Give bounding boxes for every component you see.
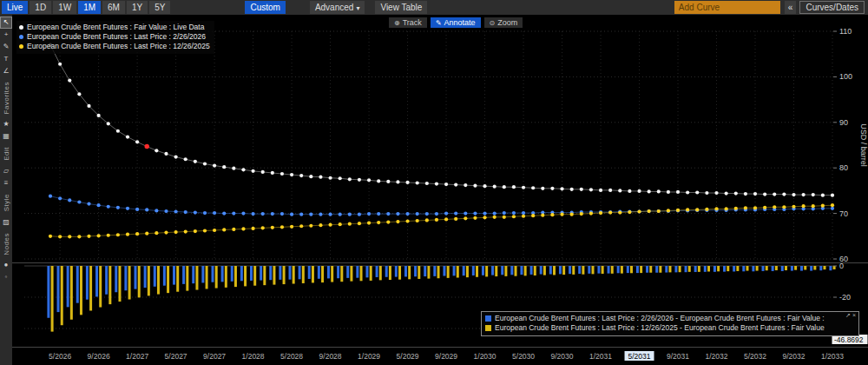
star-icon[interactable]: ★ (1, 119, 11, 129)
period-button-1w[interactable]: 1W (53, 1, 76, 14)
x-tick-label: 9/2029 (435, 352, 457, 361)
spread-legend: ↗ × European Crude Brent Futures : Last … (481, 311, 859, 336)
advanced-label: Advanced (315, 3, 353, 12)
custom-range-button[interactable]: Custom (245, 1, 285, 14)
legend-item: European Crude Brent Futures : Last Pric… (19, 32, 210, 42)
x-tick-label: 1/2028 (242, 352, 265, 361)
brent-futures-curve-app: Live1D1W1M6M1Y5Y Custom Advanced▾ View T… (0, 0, 868, 365)
period-button-1y[interactable]: 1Y (127, 1, 148, 14)
x-tick-label: 9/2030 (551, 352, 574, 361)
period-button-5y[interactable]: 5Y (149, 1, 170, 14)
svg-text:100: 100 (839, 72, 852, 81)
x-tick-label-highlighted: 5/2031 (628, 352, 651, 361)
chart-area: 110100908070600-20-40-46.8692USD / barre… (12, 15, 868, 365)
view-table-button[interactable]: View Table (375, 1, 427, 14)
x-tick-label: 1/2031 (589, 352, 612, 361)
annotate-icon: ✎ (436, 19, 442, 27)
legend-swatch-icon (485, 315, 491, 322)
tracked-point (145, 144, 149, 149)
annotate-button-label: Annotate (444, 18, 476, 27)
series-legend: European Crude Brent Futures : Fair Valu… (16, 21, 214, 54)
x-tick-label: 5/2032 (744, 352, 766, 361)
top-toolbar: Live1D1W1M6M1Y5Y Custom Advanced▾ View T… (0, 0, 868, 15)
x-tick-label: 9/2028 (319, 352, 342, 361)
shape-tool-icon[interactable]: ▱ (1, 166, 11, 176)
x-tick-label: 5/2029 (397, 352, 419, 361)
x-tick-label: 1/2032 (706, 352, 728, 361)
nodes-section-label: Nodes (3, 233, 10, 256)
advanced-menu-button[interactable]: Advanced▾ (310, 1, 365, 14)
text-tool-icon[interactable]: T (1, 54, 11, 64)
x-axis: 5/20269/20261/20275/20279/20271/20285/20… (49, 351, 844, 361)
y-axis: 110100908070600-20-40-46.8692USD / barre… (832, 27, 868, 344)
annotate-button[interactable]: ✎Annotate (431, 17, 481, 28)
tool-sidebar: ↖+✎T∠Favorites★▦Edit▱≡Style▨Nodes●◦ (0, 15, 12, 365)
svg-text:0: 0 (839, 262, 844, 270)
svg-text:110: 110 (839, 27, 852, 36)
legend-dot-icon (19, 25, 23, 30)
period-button-1d[interactable]: 1D (30, 1, 51, 14)
collapse-panel-button[interactable]: « (785, 1, 797, 14)
style-section-label: Style (3, 194, 10, 211)
chevron-down-icon: ▾ (356, 4, 359, 12)
legend-item-label: European Crude Brent Futures : Fair Valu… (27, 23, 204, 32)
legend-item-label: European Crude Brent Futures : Last Pric… (27, 32, 206, 42)
x-tick-label: 1/2033 (821, 352, 844, 361)
x-tick-label: 9/2026 (88, 352, 110, 361)
legend-corner-icons[interactable]: ↗ × (845, 312, 856, 319)
svg-text:90: 90 (839, 118, 848, 127)
x-tick-label: 5/2026 (49, 352, 71, 361)
x-tick-label: 9/2032 (783, 352, 806, 361)
lines-tool-icon[interactable]: ≡ (1, 178, 11, 189)
period-button-1m[interactable]: 1M (78, 1, 101, 14)
grid-tool-icon[interactable]: ▦ (1, 131, 11, 142)
legend-dot-icon (19, 35, 23, 39)
node-small-icon[interactable]: ◦ (1, 272, 11, 282)
zoom-button-label: Zoom (497, 18, 517, 27)
cursor-icon[interactable]: ↖ (1, 17, 11, 28)
legend-dot-icon (19, 44, 23, 49)
x-tick-label: 1/2030 (474, 352, 496, 361)
node-icon[interactable]: ● (1, 260, 11, 270)
zoom-button[interactable]: ⊙Zoom (484, 17, 523, 28)
zoom-icon: ⊙ (490, 19, 496, 27)
x-tick-label: 1/2027 (126, 352, 148, 361)
x-tick-label: 5/2027 (165, 352, 187, 361)
crosshair-icon[interactable]: + (1, 30, 11, 40)
spread-legend-label: European Crude Brent Futures : Last Pric… (495, 323, 825, 333)
period-button-live[interactable]: Live (2, 1, 28, 14)
y-axis-title: USD / barrel (859, 123, 868, 167)
legend-swatch-icon (485, 325, 491, 331)
chart-mode-buttons: ⊕Track✎Annotate⊙Zoom (389, 17, 523, 28)
measure-icon[interactable]: ∠ (1, 66, 11, 76)
curves-dates-button[interactable]: Curves/Dates (799, 1, 865, 14)
annotate-pencil-icon[interactable]: ✎ (1, 42, 11, 52)
period-button-6m[interactable]: 6M (102, 1, 125, 14)
x-tick-label: 9/2031 (667, 352, 689, 361)
fill-style-icon[interactable]: ▨ (1, 217, 11, 228)
x-tick-label: 9/2027 (203, 352, 226, 361)
tracked-value-tag: -46.8692 (834, 335, 864, 344)
svg-text:70: 70 (839, 209, 848, 218)
edit-section-label: Edit (3, 147, 10, 161)
add-curve-input[interactable] (674, 1, 780, 14)
legend-item: European Crude Brent Futures : Fair Valu… (19, 23, 210, 32)
svg-text:80: 80 (839, 163, 848, 172)
track-button-label: Track (403, 18, 422, 27)
x-tick-label: 5/2030 (512, 352, 535, 361)
svg-text:-20: -20 (839, 293, 851, 302)
x-tick-label: 1/2029 (358, 352, 380, 361)
legend-item-label: European Crude Brent Futures : Last Pric… (27, 42, 210, 51)
spread-legend-label: European Crude Brent Futures : Last Pric… (495, 314, 825, 323)
track-icon: ⊕ (394, 19, 400, 27)
period-button-group: Live1D1W1M6M1Y5Y (2, 1, 172, 14)
spread-legend-item: European Crude Brent Futures : Last Pric… (485, 323, 855, 333)
track-button[interactable]: ⊕Track (389, 17, 427, 28)
legend-item: European Crude Brent Futures : Last Pric… (19, 42, 210, 51)
x-tick-label: 5/2028 (280, 352, 303, 361)
favorites-section-label: Favorites (3, 82, 10, 114)
spread-legend-item: European Crude Brent Futures : Last Pric… (485, 314, 855, 323)
